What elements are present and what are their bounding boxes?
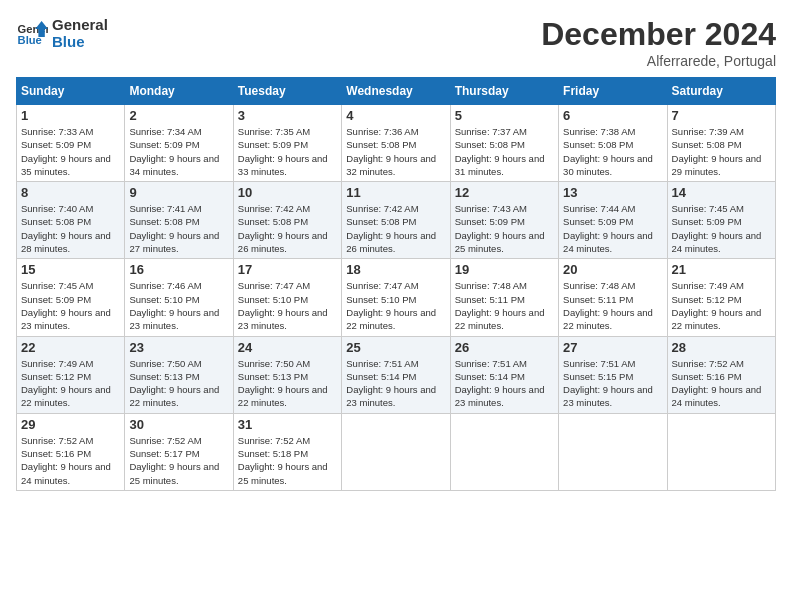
calendar-row: 8 Sunrise: 7:40 AM Sunset: 5:08 PM Dayli… xyxy=(17,182,776,259)
cell-content: Sunrise: 7:48 AM Sunset: 5:11 PM Dayligh… xyxy=(455,279,554,332)
calendar-row: 29 Sunrise: 7:52 AM Sunset: 5:16 PM Dayl… xyxy=(17,413,776,490)
cell-content: Sunrise: 7:52 AM Sunset: 5:17 PM Dayligh… xyxy=(129,434,228,487)
day-number: 1 xyxy=(21,108,120,123)
calendar-cell: 15 Sunrise: 7:45 AM Sunset: 5:09 PM Dayl… xyxy=(17,259,125,336)
calendar-cell: 25 Sunrise: 7:51 AM Sunset: 5:14 PM Dayl… xyxy=(342,336,450,413)
calendar-cell xyxy=(559,413,667,490)
day-number: 14 xyxy=(672,185,771,200)
calendar-cell: 4 Sunrise: 7:36 AM Sunset: 5:08 PM Dayli… xyxy=(342,105,450,182)
cell-content: Sunrise: 7:38 AM Sunset: 5:08 PM Dayligh… xyxy=(563,125,662,178)
calendar-cell: 27 Sunrise: 7:51 AM Sunset: 5:15 PM Dayl… xyxy=(559,336,667,413)
calendar-cell: 1 Sunrise: 7:33 AM Sunset: 5:09 PM Dayli… xyxy=(17,105,125,182)
day-number: 5 xyxy=(455,108,554,123)
cell-content: Sunrise: 7:42 AM Sunset: 5:08 PM Dayligh… xyxy=(238,202,337,255)
calendar-cell: 2 Sunrise: 7:34 AM Sunset: 5:09 PM Dayli… xyxy=(125,105,233,182)
logo-line2: Blue xyxy=(52,33,108,50)
day-number: 30 xyxy=(129,417,228,432)
day-number: 15 xyxy=(21,262,120,277)
svg-text:Blue: Blue xyxy=(18,34,42,46)
cell-content: Sunrise: 7:52 AM Sunset: 5:16 PM Dayligh… xyxy=(21,434,120,487)
calendar-cell: 22 Sunrise: 7:49 AM Sunset: 5:12 PM Dayl… xyxy=(17,336,125,413)
cell-content: Sunrise: 7:49 AM Sunset: 5:12 PM Dayligh… xyxy=(672,279,771,332)
calendar-cell: 6 Sunrise: 7:38 AM Sunset: 5:08 PM Dayli… xyxy=(559,105,667,182)
calendar-cell: 26 Sunrise: 7:51 AM Sunset: 5:14 PM Dayl… xyxy=(450,336,558,413)
calendar-cell: 30 Sunrise: 7:52 AM Sunset: 5:17 PM Dayl… xyxy=(125,413,233,490)
calendar-cell: 10 Sunrise: 7:42 AM Sunset: 5:08 PM Dayl… xyxy=(233,182,341,259)
day-number: 4 xyxy=(346,108,445,123)
day-number: 21 xyxy=(672,262,771,277)
day-number: 29 xyxy=(21,417,120,432)
col-tuesday: Tuesday xyxy=(233,78,341,105)
day-number: 9 xyxy=(129,185,228,200)
calendar-cell: 16 Sunrise: 7:46 AM Sunset: 5:10 PM Dayl… xyxy=(125,259,233,336)
cell-content: Sunrise: 7:49 AM Sunset: 5:12 PM Dayligh… xyxy=(21,357,120,410)
title-block: December 2024 Alferrarede, Portugal xyxy=(541,16,776,69)
calendar-cell xyxy=(342,413,450,490)
day-number: 10 xyxy=(238,185,337,200)
logo: General Blue General Blue xyxy=(16,16,108,50)
day-number: 8 xyxy=(21,185,120,200)
calendar-cell: 7 Sunrise: 7:39 AM Sunset: 5:08 PM Dayli… xyxy=(667,105,775,182)
cell-content: Sunrise: 7:34 AM Sunset: 5:09 PM Dayligh… xyxy=(129,125,228,178)
cell-content: Sunrise: 7:36 AM Sunset: 5:08 PM Dayligh… xyxy=(346,125,445,178)
calendar-table: Sunday Monday Tuesday Wednesday Thursday… xyxy=(16,77,776,491)
day-number: 3 xyxy=(238,108,337,123)
cell-content: Sunrise: 7:35 AM Sunset: 5:09 PM Dayligh… xyxy=(238,125,337,178)
day-number: 23 xyxy=(129,340,228,355)
calendar-row: 1 Sunrise: 7:33 AM Sunset: 5:09 PM Dayli… xyxy=(17,105,776,182)
calendar-cell: 17 Sunrise: 7:47 AM Sunset: 5:10 PM Dayl… xyxy=(233,259,341,336)
day-number: 6 xyxy=(563,108,662,123)
day-number: 24 xyxy=(238,340,337,355)
page-header: General Blue General Blue December 2024 … xyxy=(16,16,776,69)
location: Alferrarede, Portugal xyxy=(541,53,776,69)
col-saturday: Saturday xyxy=(667,78,775,105)
cell-content: Sunrise: 7:44 AM Sunset: 5:09 PM Dayligh… xyxy=(563,202,662,255)
cell-content: Sunrise: 7:52 AM Sunset: 5:18 PM Dayligh… xyxy=(238,434,337,487)
cell-content: Sunrise: 7:51 AM Sunset: 5:15 PM Dayligh… xyxy=(563,357,662,410)
cell-content: Sunrise: 7:45 AM Sunset: 5:09 PM Dayligh… xyxy=(672,202,771,255)
day-number: 25 xyxy=(346,340,445,355)
cell-content: Sunrise: 7:42 AM Sunset: 5:08 PM Dayligh… xyxy=(346,202,445,255)
calendar-cell: 3 Sunrise: 7:35 AM Sunset: 5:09 PM Dayli… xyxy=(233,105,341,182)
calendar-row: 15 Sunrise: 7:45 AM Sunset: 5:09 PM Dayl… xyxy=(17,259,776,336)
cell-content: Sunrise: 7:48 AM Sunset: 5:11 PM Dayligh… xyxy=(563,279,662,332)
day-number: 27 xyxy=(563,340,662,355)
col-thursday: Thursday xyxy=(450,78,558,105)
calendar-cell: 9 Sunrise: 7:41 AM Sunset: 5:08 PM Dayli… xyxy=(125,182,233,259)
calendar-row: 22 Sunrise: 7:49 AM Sunset: 5:12 PM Dayl… xyxy=(17,336,776,413)
calendar-cell: 20 Sunrise: 7:48 AM Sunset: 5:11 PM Dayl… xyxy=(559,259,667,336)
day-number: 16 xyxy=(129,262,228,277)
cell-content: Sunrise: 7:52 AM Sunset: 5:16 PM Dayligh… xyxy=(672,357,771,410)
logo-icon: General Blue xyxy=(16,17,48,49)
day-number: 11 xyxy=(346,185,445,200)
calendar-cell: 12 Sunrise: 7:43 AM Sunset: 5:09 PM Dayl… xyxy=(450,182,558,259)
cell-content: Sunrise: 7:51 AM Sunset: 5:14 PM Dayligh… xyxy=(346,357,445,410)
cell-content: Sunrise: 7:50 AM Sunset: 5:13 PM Dayligh… xyxy=(129,357,228,410)
day-number: 26 xyxy=(455,340,554,355)
calendar-cell: 31 Sunrise: 7:52 AM Sunset: 5:18 PM Dayl… xyxy=(233,413,341,490)
day-number: 12 xyxy=(455,185,554,200)
header-row: Sunday Monday Tuesday Wednesday Thursday… xyxy=(17,78,776,105)
calendar-cell: 19 Sunrise: 7:48 AM Sunset: 5:11 PM Dayl… xyxy=(450,259,558,336)
cell-content: Sunrise: 7:39 AM Sunset: 5:08 PM Dayligh… xyxy=(672,125,771,178)
day-number: 19 xyxy=(455,262,554,277)
calendar-cell xyxy=(450,413,558,490)
day-number: 13 xyxy=(563,185,662,200)
col-sunday: Sunday xyxy=(17,78,125,105)
cell-content: Sunrise: 7:41 AM Sunset: 5:08 PM Dayligh… xyxy=(129,202,228,255)
calendar-cell: 11 Sunrise: 7:42 AM Sunset: 5:08 PM Dayl… xyxy=(342,182,450,259)
calendar-cell xyxy=(667,413,775,490)
day-number: 22 xyxy=(21,340,120,355)
cell-content: Sunrise: 7:47 AM Sunset: 5:10 PM Dayligh… xyxy=(238,279,337,332)
cell-content: Sunrise: 7:46 AM Sunset: 5:10 PM Dayligh… xyxy=(129,279,228,332)
cell-content: Sunrise: 7:45 AM Sunset: 5:09 PM Dayligh… xyxy=(21,279,120,332)
calendar-cell: 18 Sunrise: 7:47 AM Sunset: 5:10 PM Dayl… xyxy=(342,259,450,336)
cell-content: Sunrise: 7:43 AM Sunset: 5:09 PM Dayligh… xyxy=(455,202,554,255)
col-wednesday: Wednesday xyxy=(342,78,450,105)
calendar-cell: 28 Sunrise: 7:52 AM Sunset: 5:16 PM Dayl… xyxy=(667,336,775,413)
day-number: 18 xyxy=(346,262,445,277)
day-number: 31 xyxy=(238,417,337,432)
col-friday: Friday xyxy=(559,78,667,105)
day-number: 28 xyxy=(672,340,771,355)
calendar-cell: 24 Sunrise: 7:50 AM Sunset: 5:13 PM Dayl… xyxy=(233,336,341,413)
